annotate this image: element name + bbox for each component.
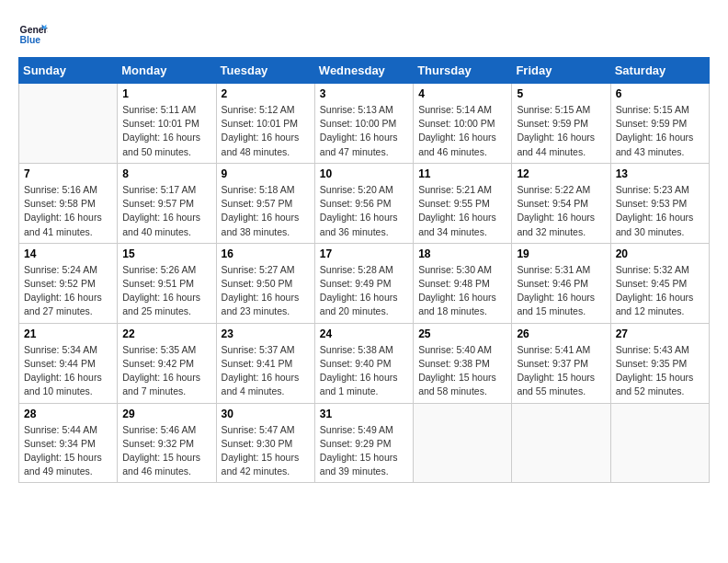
calendar-cell: 15Sunrise: 5:26 AM Sunset: 9:51 PM Dayli… (118, 243, 216, 323)
day-info: Sunrise: 5:24 AM Sunset: 9:52 PM Dayligh… (24, 263, 112, 319)
weekday-header-friday: Friday (512, 58, 610, 84)
calendar-cell: 17Sunrise: 5:28 AM Sunset: 9:49 PM Dayli… (314, 243, 413, 323)
day-info: Sunrise: 5:41 AM Sunset: 9:37 PM Dayligh… (517, 343, 605, 399)
week-row-1: 1Sunrise: 5:11 AM Sunset: 10:01 PM Dayli… (19, 84, 710, 164)
day-number: 21 (24, 327, 112, 340)
day-info: Sunrise: 5:30 AM Sunset: 9:48 PM Dayligh… (418, 263, 506, 319)
calendar-cell: 22Sunrise: 5:35 AM Sunset: 9:42 PM Dayli… (118, 323, 216, 403)
week-row-2: 7Sunrise: 5:16 AM Sunset: 9:58 PM Daylig… (19, 163, 710, 243)
day-info: Sunrise: 5:17 AM Sunset: 9:57 PM Dayligh… (122, 183, 210, 239)
day-number: 9 (222, 167, 310, 180)
day-number: 29 (122, 408, 210, 420)
day-info: Sunrise: 5:18 AM Sunset: 9:57 PM Dayligh… (222, 183, 310, 239)
day-number: 31 (320, 408, 408, 420)
day-number: 7 (24, 167, 112, 180)
day-number: 13 (616, 167, 704, 180)
day-info: Sunrise: 5:15 AM Sunset: 9:59 PM Dayligh… (616, 103, 704, 159)
calendar-cell: 26Sunrise: 5:41 AM Sunset: 9:37 PM Dayli… (512, 323, 610, 403)
day-number: 6 (616, 87, 704, 100)
day-number: 30 (222, 408, 310, 420)
day-info: Sunrise: 5:38 AM Sunset: 9:40 PM Dayligh… (320, 343, 408, 399)
weekday-header-wednesday: Wednesday (314, 58, 413, 84)
day-number: 20 (616, 247, 704, 260)
calendar-cell: 30Sunrise: 5:47 AM Sunset: 9:30 PM Dayli… (216, 403, 314, 483)
day-info: Sunrise: 5:46 AM Sunset: 9:32 PM Dayligh… (122, 423, 210, 479)
calendar-cell: 7Sunrise: 5:16 AM Sunset: 9:58 PM Daylig… (19, 163, 118, 243)
day-number: 24 (320, 327, 408, 340)
calendar-cell: 2Sunrise: 5:12 AM Sunset: 10:01 PM Dayli… (216, 84, 314, 164)
calendar-cell: 24Sunrise: 5:38 AM Sunset: 9:40 PM Dayli… (314, 323, 413, 403)
day-number: 3 (320, 87, 408, 100)
day-info: Sunrise: 5:12 AM Sunset: 10:01 PM Daylig… (222, 103, 310, 159)
day-info: Sunrise: 5:15 AM Sunset: 9:59 PM Dayligh… (517, 103, 605, 159)
calendar-cell: 28Sunrise: 5:44 AM Sunset: 9:34 PM Dayli… (19, 403, 118, 483)
page-header: General Blue (18, 18, 710, 48)
calendar-cell: 25Sunrise: 5:40 AM Sunset: 9:38 PM Dayli… (414, 323, 512, 403)
calendar-cell (610, 403, 709, 483)
calendar-cell: 31Sunrise: 5:49 AM Sunset: 9:29 PM Dayli… (314, 403, 413, 483)
day-info: Sunrise: 5:44 AM Sunset: 9:34 PM Dayligh… (24, 423, 112, 479)
day-number: 23 (222, 327, 310, 340)
calendar-cell: 14Sunrise: 5:24 AM Sunset: 9:52 PM Dayli… (19, 243, 118, 323)
svg-text:Blue: Blue (20, 35, 41, 45)
day-info: Sunrise: 5:14 AM Sunset: 10:00 PM Daylig… (418, 103, 506, 159)
day-number: 28 (24, 408, 112, 420)
calendar-cell: 20Sunrise: 5:32 AM Sunset: 9:45 PM Dayli… (610, 243, 709, 323)
week-row-4: 21Sunrise: 5:34 AM Sunset: 9:44 PM Dayli… (19, 323, 710, 403)
calendar-cell: 18Sunrise: 5:30 AM Sunset: 9:48 PM Dayli… (414, 243, 512, 323)
calendar-table: SundayMondayTuesdayWednesdayThursdayFrid… (18, 57, 710, 483)
day-number: 22 (122, 327, 210, 340)
logo: General Blue (18, 18, 48, 48)
day-number: 1 (122, 87, 210, 100)
day-info: Sunrise: 5:31 AM Sunset: 9:46 PM Dayligh… (517, 263, 605, 319)
calendar-cell (414, 403, 512, 483)
day-info: Sunrise: 5:11 AM Sunset: 10:01 PM Daylig… (122, 103, 210, 159)
day-number: 12 (517, 167, 605, 180)
calendar-cell: 9Sunrise: 5:18 AM Sunset: 9:57 PM Daylig… (216, 163, 314, 243)
calendar-cell (19, 84, 118, 164)
day-number: 15 (122, 247, 210, 260)
week-row-5: 28Sunrise: 5:44 AM Sunset: 9:34 PM Dayli… (19, 403, 710, 483)
day-info: Sunrise: 5:20 AM Sunset: 9:56 PM Dayligh… (320, 183, 408, 239)
calendar-cell: 13Sunrise: 5:23 AM Sunset: 9:53 PM Dayli… (610, 163, 709, 243)
day-info: Sunrise: 5:28 AM Sunset: 9:49 PM Dayligh… (320, 263, 408, 319)
day-number: 14 (24, 247, 112, 260)
day-info: Sunrise: 5:16 AM Sunset: 9:58 PM Dayligh… (24, 183, 112, 239)
day-info: Sunrise: 5:40 AM Sunset: 9:38 PM Dayligh… (418, 343, 506, 399)
day-info: Sunrise: 5:13 AM Sunset: 10:00 PM Daylig… (320, 103, 408, 159)
weekday-header-tuesday: Tuesday (216, 58, 314, 84)
day-info: Sunrise: 5:34 AM Sunset: 9:44 PM Dayligh… (24, 343, 112, 399)
weekday-header-row: SundayMondayTuesdayWednesdayThursdayFrid… (19, 58, 710, 84)
day-info: Sunrise: 5:43 AM Sunset: 9:35 PM Dayligh… (616, 343, 704, 399)
day-number: 26 (517, 327, 605, 340)
calendar-cell: 10Sunrise: 5:20 AM Sunset: 9:56 PM Dayli… (314, 163, 413, 243)
calendar-cell: 12Sunrise: 5:22 AM Sunset: 9:54 PM Dayli… (512, 163, 610, 243)
day-number: 19 (517, 247, 605, 260)
day-number: 8 (122, 167, 210, 180)
day-info: Sunrise: 5:47 AM Sunset: 9:30 PM Dayligh… (222, 423, 310, 479)
day-info: Sunrise: 5:22 AM Sunset: 9:54 PM Dayligh… (517, 183, 605, 239)
calendar-cell: 16Sunrise: 5:27 AM Sunset: 9:50 PM Dayli… (216, 243, 314, 323)
calendar-cell: 1Sunrise: 5:11 AM Sunset: 10:01 PM Dayli… (118, 84, 216, 164)
day-number: 11 (418, 167, 506, 180)
calendar-cell: 8Sunrise: 5:17 AM Sunset: 9:57 PM Daylig… (118, 163, 216, 243)
calendar-cell: 6Sunrise: 5:15 AM Sunset: 9:59 PM Daylig… (610, 84, 709, 164)
day-number: 16 (222, 247, 310, 260)
calendar-cell: 3Sunrise: 5:13 AM Sunset: 10:00 PM Dayli… (314, 84, 413, 164)
calendar-cell: 19Sunrise: 5:31 AM Sunset: 9:46 PM Dayli… (512, 243, 610, 323)
weekday-header-monday: Monday (118, 58, 216, 84)
day-info: Sunrise: 5:37 AM Sunset: 9:41 PM Dayligh… (222, 343, 310, 399)
day-number: 17 (320, 247, 408, 260)
calendar-cell: 5Sunrise: 5:15 AM Sunset: 9:59 PM Daylig… (512, 84, 610, 164)
day-info: Sunrise: 5:32 AM Sunset: 9:45 PM Dayligh… (616, 263, 704, 319)
day-number: 27 (616, 327, 704, 340)
day-info: Sunrise: 5:23 AM Sunset: 9:53 PM Dayligh… (616, 183, 704, 239)
calendar-cell: 11Sunrise: 5:21 AM Sunset: 9:55 PM Dayli… (414, 163, 512, 243)
day-number: 5 (517, 87, 605, 100)
calendar-cell (512, 403, 610, 483)
day-info: Sunrise: 5:27 AM Sunset: 9:50 PM Dayligh… (222, 263, 310, 319)
calendar-cell: 21Sunrise: 5:34 AM Sunset: 9:44 PM Dayli… (19, 323, 118, 403)
week-row-3: 14Sunrise: 5:24 AM Sunset: 9:52 PM Dayli… (19, 243, 710, 323)
day-number: 18 (418, 247, 506, 260)
day-number: 25 (418, 327, 506, 340)
